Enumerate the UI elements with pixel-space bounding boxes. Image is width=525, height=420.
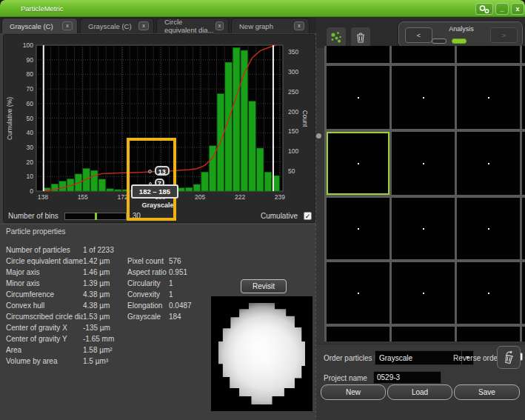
svg-text:100: 100: [288, 147, 298, 155]
property-row: Number of particles1 of 2233: [6, 244, 213, 256]
property-label: Pixel count: [127, 257, 169, 265]
svg-text:222: 222: [235, 193, 245, 201]
property-value: 1.5 µm³: [83, 357, 127, 365]
particle-thumbnail[interactable]: [392, 262, 455, 324]
particle-thumbnail[interactable]: [392, 132, 455, 195]
property-label: Center of gravity X: [6, 324, 83, 332]
svg-text:155: 155: [78, 193, 88, 201]
minimize-button[interactable]: _: [495, 3, 509, 15]
svg-text:Cumulative (%): Cumulative (%): [6, 97, 13, 140]
property-value: 576: [169, 257, 213, 265]
particle-dot: [358, 293, 359, 294]
particle-thumbnail[interactable]: [327, 198, 389, 259]
svg-text:350: 350: [288, 48, 298, 56]
order-particles-label: Order particles by: [324, 354, 382, 362]
particle-dot: [358, 228, 359, 230]
svg-text:205: 205: [195, 193, 205, 201]
delete-particle-button[interactable]: [350, 27, 371, 47]
tab-close-icon[interactable]: x: [138, 21, 149, 30]
tab-new-graph[interactable]: New graphx: [231, 18, 310, 33]
particle-thumbnail[interactable]: [522, 66, 525, 129]
property-row: Center of gravity Y-1.65 mm: [6, 333, 213, 344]
particle-thumbnail[interactable]: [327, 66, 389, 129]
tab-grayscale-c[interactable]: Grayscale (C)x: [1, 18, 78, 33]
particle-thumbnail[interactable]: [392, 327, 455, 341]
property-label: Major axis: [6, 268, 83, 276]
particle-thumbnail[interactable]: [392, 198, 455, 259]
load-button[interactable]: Load: [387, 384, 452, 400]
particle-thumbnail[interactable]: [327, 46, 389, 63]
property-label: Center of gravity Y: [6, 335, 83, 343]
property-value: -1.65 mm: [83, 335, 127, 343]
svg-text:100: 100: [23, 41, 33, 49]
tab-label: New graph: [239, 22, 273, 30]
particle-image: [211, 296, 312, 411]
particle-thumbnail[interactable]: [327, 327, 389, 341]
new-button[interactable]: New: [321, 384, 386, 400]
property-row: Center of gravity X-135 µm: [6, 322, 213, 333]
tab-grayscale-c[interactable]: Grayscale (C)x: [80, 18, 154, 33]
discard-particles-button[interactable]: [497, 346, 521, 369]
tab-circle-equivalent-dia[interactable]: Circle equivalent dia...x: [156, 18, 229, 33]
cumulative-checkbox[interactable]: ✓: [304, 212, 312, 220]
particle-thumbnail[interactable]: [457, 132, 520, 195]
splitter-handle[interactable]: [316, 133, 321, 139]
particle-thumbnail[interactable]: [522, 198, 525, 259]
svg-text:30: 30: [27, 144, 34, 151]
analysis-toggle-on[interactable]: [452, 39, 467, 44]
show-particles-button[interactable]: [326, 27, 347, 47]
svg-text:80: 80: [27, 70, 34, 78]
particles-panel: Analysis < > Order particles by Grayscal…: [316, 17, 525, 420]
zoom-selection-box: [127, 138, 176, 221]
tab-close-icon[interactable]: x: [215, 21, 224, 30]
particle-thumbnail[interactable]: [392, 46, 455, 63]
particle-thumbnail[interactable]: [457, 262, 520, 324]
tab-label: Circle equivalent dia...: [164, 18, 215, 34]
particle-thumbnail[interactable]: [457, 66, 520, 129]
particle-thumbnail[interactable]: [522, 327, 525, 341]
particle-properties-header: Particle properties: [6, 227, 66, 236]
analysis-prev-button[interactable]: <: [405, 27, 432, 43]
analysis-panel: Analysis < >: [398, 21, 523, 47]
bins-slider[interactable]: [64, 213, 127, 220]
svg-text:90: 90: [27, 56, 34, 64]
svg-text:0: 0: [30, 187, 33, 195]
particle-thumbnail[interactable]: [522, 262, 525, 324]
particle-thumbnail[interactable]: [522, 46, 525, 63]
tab-close-icon[interactable]: x: [62, 21, 73, 30]
bins-slider-thumb[interactable]: [95, 213, 97, 220]
svg-text:250: 250: [288, 88, 298, 96]
analysis-toggle-off[interactable]: [432, 39, 447, 44]
particle-dot: [358, 97, 359, 99]
analysis-next-button[interactable]: >: [490, 27, 518, 43]
settings-button[interactable]: [475, 3, 493, 15]
particle-thumbnail-selected[interactable]: [327, 132, 389, 195]
chart-panel: 0102030405060708090100501001502002503003…: [3, 34, 315, 223]
particle-blob: [218, 303, 305, 404]
app-title: ParticleMetric: [21, 4, 64, 13]
property-row: Convex hull4.38 µmElongation0.0487: [6, 300, 213, 311]
property-label: Number of particles: [6, 246, 83, 254]
project-name-input[interactable]: [373, 371, 441, 384]
particle-thumbnail[interactable]: [457, 46, 520, 63]
property-value: 1.42 µm: [83, 257, 127, 265]
tab-close-icon[interactable]: x: [294, 21, 304, 30]
property-label: Aspect ratio: [127, 268, 169, 276]
svg-text:50: 50: [27, 115, 34, 122]
particle-thumbnail[interactable]: [327, 262, 389, 324]
settings-icon: [478, 4, 490, 14]
close-button[interactable]: x: [511, 3, 524, 15]
revisit-button[interactable]: Revisit: [241, 279, 287, 293]
save-button[interactable]: Save: [454, 384, 520, 400]
property-value: 4.38 µm: [83, 301, 127, 310]
particle-thumbnail[interactable]: [392, 66, 455, 129]
property-label: Circularity: [127, 279, 169, 287]
property-value: 4.38 µm: [83, 290, 127, 299]
particle-thumbnail[interactable]: [457, 327, 520, 341]
particle-thumbnail[interactable]: [522, 132, 525, 195]
particle-thumbnail[interactable]: [457, 198, 520, 259]
property-label: Circumference: [6, 290, 83, 299]
property-row: Circle equivalent diameter1.42 µmPixel c…: [6, 256, 213, 267]
trash-arrow-icon: [501, 350, 516, 365]
svg-text:150: 150: [288, 127, 298, 135]
